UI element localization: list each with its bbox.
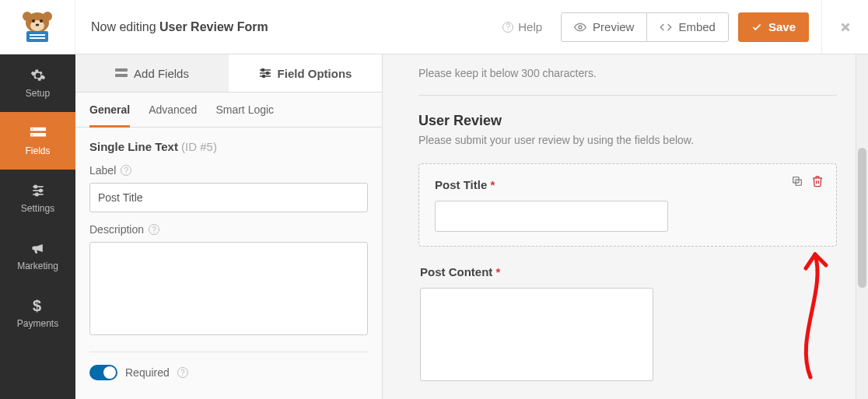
hr [418,95,837,96]
help-icon[interactable]: ? [149,224,159,235]
preview-button[interactable]: Preview [561,12,647,42]
bear-logo-icon [19,11,55,44]
scrollbar-thumb[interactable] [858,148,866,288]
svg-text:$: $ [33,298,41,313]
label-text: Label [89,164,116,177]
svg-point-2 [43,12,52,21]
duplicate-icon[interactable] [791,175,803,187]
svg-point-22 [35,193,37,195]
description-text: Description [89,223,144,236]
help-label: Help [518,20,542,33]
rail-label: Fields [25,145,50,156]
page-title: Now editing User Review Form [75,20,493,34]
field-type-heading: Single Line Text (ID #5) [75,128,382,153]
tab-field-options[interactable]: Field Options [229,54,382,92]
subtab-general[interactable]: General [89,103,130,128]
subtab-advanced[interactable]: Advanced [149,103,197,127]
tab-add-fields-label: Add Fields [134,67,189,80]
delete-icon[interactable] [811,175,824,187]
dollar-icon: $ [33,298,44,313]
svg-point-29 [261,68,264,71]
svg-rect-25 [115,74,128,77]
section-title: User Review [418,113,837,129]
svg-point-10 [579,26,582,29]
field-post-content[interactable]: Post Content * [418,265,837,381]
char-limit-hint: Please keep it below 300 characters. [418,67,837,79]
label-label: Label ? [89,164,368,177]
toggle-knob [103,366,116,379]
rail-payments[interactable]: $ Payments [0,285,75,342]
field-post-title[interactable]: Post Title * [418,163,837,247]
svg-point-31 [262,75,264,77]
save-button[interactable]: Save [738,12,809,42]
textarea-preview[interactable] [420,288,653,381]
svg-point-4 [32,19,35,23]
field-type-name: Single Line Text [89,140,178,153]
field-label-text: Post Content [420,265,492,278]
svg-rect-15 [31,129,33,130]
gear-icon [30,68,46,83]
svg-rect-24 [115,68,128,72]
rail-label: Payments [17,318,58,329]
scrollbar-vertical[interactable] [856,54,868,399]
svg-point-20 [34,185,37,187]
description-group: Description ? [75,212,382,338]
svg-rect-16 [31,135,33,135]
description-input[interactable] [89,242,368,335]
label-input[interactable] [89,183,368,212]
field-options-icon [259,68,271,79]
sliders-icon [30,183,46,198]
svg-point-21 [39,189,41,191]
required-star: * [490,178,495,191]
form-preview-area: Please keep it below 300 characters. Use… [383,54,868,399]
field-label: Post Title * [435,178,821,191]
field-actions [791,175,824,187]
svg-point-6 [36,23,40,26]
required-star: * [496,265,501,278]
help-icon[interactable]: ? [177,367,188,378]
rail-marketing[interactable]: Marketing [0,227,75,285]
rail-label: Setup [26,88,50,99]
add-fields-icon [115,68,128,79]
text-input-preview[interactable] [435,201,668,232]
field-label-text: Post Title [435,178,487,191]
field-label: Post Content * [420,265,835,278]
panel-top-tabs: Add Fields Field Options [75,54,382,93]
description-label: Description ? [89,223,368,236]
svg-point-5 [40,19,43,23]
embed-button[interactable]: Embed [646,12,729,42]
top-actions: ? Help Preview Embed Save [493,12,817,42]
section-description: Please submit your user review by using … [418,134,837,146]
rail-label: Marketing [17,261,58,271]
tab-field-options-label: Field Options [278,67,352,80]
editing-prefix: Now editing [91,20,156,33]
label-group: Label ? [75,153,382,212]
rail-label: Settings [21,203,54,214]
tab-add-fields[interactable]: Add Fields [75,54,229,92]
embed-icon [660,21,672,33]
form-name: User Review Form [159,20,268,33]
help-icon[interactable]: ? [121,165,131,176]
preview-embed-group: Preview Embed [561,12,729,42]
eye-icon [574,21,586,33]
check-icon [751,22,762,33]
required-label: Required [125,366,170,379]
required-toggle[interactable] [89,365,117,380]
svg-point-1 [23,12,32,21]
sub-tabs: General Advanced Smart Logic [75,93,382,128]
rail-fields[interactable]: Fields [0,112,75,170]
embed-label: Embed [678,20,716,33]
rail-settings[interactable]: Settings [0,170,75,227]
required-row: Required ? [75,352,382,396]
left-rail: Setup Fields Settings Marketing $ Paymen… [0,54,75,399]
rail-setup[interactable]: Setup [0,54,75,112]
save-label: Save [768,20,796,33]
help-link[interactable]: ? Help [493,20,551,33]
app-logo [0,0,75,54]
fields-icon [30,125,47,141]
svg-point-30 [266,72,268,74]
preview-label: Preview [593,20,634,33]
field-options-panel: Add Fields Field Options General Advance… [75,54,383,399]
close-button[interactable] [821,0,868,54]
subtab-smart-logic[interactable]: Smart Logic [215,103,274,127]
